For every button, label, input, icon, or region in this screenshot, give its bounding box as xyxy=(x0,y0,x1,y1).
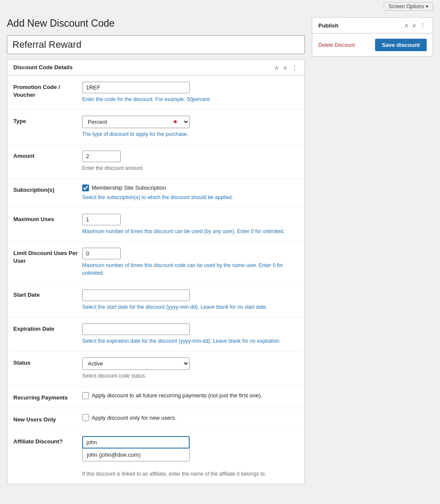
promo-code-label: Promotion Code / Voucher xyxy=(13,82,82,99)
amount-help: Enter the discount amount. xyxy=(82,164,298,172)
save-discount-button[interactable]: Save discount xyxy=(375,39,427,51)
recurring-checkbox-label[interactable]: Apply discount to all future recurring p… xyxy=(92,392,262,399)
limit-uses-row: Limit Discount Uses Per User Maximum num… xyxy=(7,242,305,283)
limit-uses-help: Maximum number of times this discount co… xyxy=(82,261,298,277)
affiliate-help: If this discount is linked to an affilia… xyxy=(82,470,298,478)
max-uses-input[interactable] xyxy=(82,214,121,225)
promo-code-row: Promotion Code / Voucher Enter the code … xyxy=(7,76,305,110)
main-column: Add New Discount Code Discount Code Deta… xyxy=(7,17,305,484)
new-users-row: New Users Only Apply discount only for n… xyxy=(7,408,305,430)
max-uses-field: Maximum number of times this discount ca… xyxy=(82,214,298,235)
new-users-checkbox-row: Apply discount only for new users. xyxy=(82,414,298,421)
start-date-input[interactable] xyxy=(82,289,190,301)
subscriptions-field: Membership Site Subscription Select the … xyxy=(82,184,298,201)
amount-field: Enter the discount amount. xyxy=(82,151,298,172)
type-select-wrap: Percent Flat xyxy=(82,116,190,128)
publish-collapse-down-button[interactable]: ∨ xyxy=(411,22,417,29)
publish-box: Publish ∧ ∨ ⋮ Delete Discount Save disco… xyxy=(312,17,433,57)
sidebar-column: Publish ∧ ∨ ⋮ Delete Discount Save disco… xyxy=(312,17,433,484)
subscriptions-label: Subscription(s) xyxy=(13,184,82,194)
status-help: Select discount code status. xyxy=(82,372,298,380)
amount-row: Amount Enter the discount amount. xyxy=(7,144,305,178)
delete-discount-link[interactable]: Delete Discount xyxy=(318,42,355,48)
new-users-checkbox[interactable] xyxy=(82,414,89,421)
chevron-down-icon: ▾ xyxy=(426,3,428,9)
amount-input[interactable] xyxy=(82,151,121,162)
max-uses-help: Maximum number of times this discount ca… xyxy=(82,227,298,235)
recurring-payments-row: Recurring Payments Apply discount to all… xyxy=(7,386,305,408)
discount-code-details-metabox: Discount Code Details ∧ ∨ ⋮ Promotion Co… xyxy=(7,59,305,484)
max-uses-row: Maximum Uses Maximum number of times thi… xyxy=(7,208,305,242)
status-label: Status xyxy=(13,357,82,367)
screen-options-button[interactable]: Screen Options ▾ xyxy=(384,2,433,11)
screen-options-label: Screen Options xyxy=(388,3,424,9)
subscriptions-row: Subscription(s) Membership Site Subscrip… xyxy=(7,178,305,208)
subscription-checkbox-label[interactable]: Membership Site Subscription xyxy=(92,184,166,191)
new-users-label: New Users Only xyxy=(13,414,82,424)
new-users-field: Apply discount only for new users. xyxy=(82,414,298,423)
expiration-date-input[interactable] xyxy=(82,323,190,335)
top-bar: Screen Options ▾ xyxy=(0,0,440,13)
publish-drag-handle[interactable]: ⋮ xyxy=(419,22,427,29)
recurring-payments-field: Apply discount to all future recurring p… xyxy=(82,392,298,401)
metabox-collapse-down-button[interactable]: ∨ xyxy=(282,64,288,71)
affiliate-autocomplete-dropdown: john (john@doe.com) xyxy=(82,449,190,461)
max-uses-label: Maximum Uses xyxy=(13,214,82,223)
affiliate-discount-row: Affiliate Discount? john (john@doe.com) … xyxy=(7,430,305,484)
limit-uses-input[interactable] xyxy=(82,248,121,259)
promo-code-input[interactable] xyxy=(82,82,190,93)
promo-code-field: Enter the code for the discount. For exa… xyxy=(82,82,298,103)
affiliate-discount-input[interactable] xyxy=(82,436,190,449)
expiration-date-row: Expiration Date Select the expiration da… xyxy=(7,317,305,351)
autocomplete-item[interactable]: john (john@doe.com) xyxy=(83,449,189,461)
page-layout: Add New Discount Code Discount Code Deta… xyxy=(0,13,440,491)
metabox-title: Discount Code Details xyxy=(13,64,73,71)
subscription-checkbox-row: Membership Site Subscription xyxy=(82,184,298,191)
subscriptions-help: Select the subscription(s) to which the … xyxy=(82,194,298,201)
expiration-date-help: Select the expiration date for the disco… xyxy=(82,337,298,345)
affiliate-input-wrap: john (john@doe.com) xyxy=(82,436,298,449)
new-users-checkbox-label[interactable]: Apply discount only for new users. xyxy=(92,415,176,421)
start-date-label: Start Date xyxy=(13,289,82,299)
metabox-header[interactable]: Discount Code Details ∧ ∨ ⋮ xyxy=(7,60,305,76)
start-date-help: Select the start date for the discount (… xyxy=(82,303,298,311)
limit-uses-label: Limit Discount Uses Per User xyxy=(13,248,82,265)
publish-box-controls: ∧ ∨ ⋮ xyxy=(403,22,427,29)
metabox-collapse-up-button[interactable]: ∧ xyxy=(274,64,280,71)
status-select[interactable]: Active Inactive xyxy=(82,357,190,370)
recurring-checkbox[interactable] xyxy=(82,392,89,399)
expiration-date-label: Expiration Date xyxy=(13,323,82,333)
expiration-date-field: Select the expiration date for the disco… xyxy=(82,323,298,345)
metabox-controls: ∧ ∨ ⋮ xyxy=(274,64,298,71)
recurring-checkbox-row: Apply discount to all future recurring p… xyxy=(82,392,298,399)
affiliate-discount-label: Affiliate Discount? xyxy=(13,436,82,446)
affiliate-discount-field: john (john@doe.com) If this discount is … xyxy=(82,436,298,478)
type-help: The type of discount to apply for the pu… xyxy=(82,130,298,138)
metabox-body: Promotion Code / Voucher Enter the code … xyxy=(7,76,305,484)
publish-box-title: Publish xyxy=(318,22,338,29)
page-title: Add New Discount Code xyxy=(7,17,305,30)
limit-uses-field: Maximum number of times this discount co… xyxy=(82,248,298,277)
publish-box-body: Delete Discount Save discount xyxy=(312,34,433,56)
publish-collapse-up-button[interactable]: ∧ xyxy=(403,22,409,29)
title-input[interactable] xyxy=(7,35,305,54)
promo-code-help: Enter the code for the discount. For exa… xyxy=(82,95,298,103)
type-select[interactable]: Percent Flat xyxy=(82,116,190,128)
start-date-row: Start Date Select the start date for the… xyxy=(7,283,305,317)
start-date-field: Select the start date for the discount (… xyxy=(82,289,298,311)
type-field: Percent Flat The type of discount to app… xyxy=(82,116,298,138)
subscription-checkbox[interactable] xyxy=(82,184,89,191)
metabox-drag-handle[interactable]: ⋮ xyxy=(291,64,298,71)
publish-box-header: Publish ∧ ∨ ⋮ xyxy=(312,18,433,34)
type-row: Type Percent Flat The type of discount t… xyxy=(7,110,305,144)
amount-label: Amount xyxy=(13,151,82,160)
status-field: Active Inactive Select discount code sta… xyxy=(82,357,298,380)
type-label: Type xyxy=(13,116,82,125)
recurring-payments-label: Recurring Payments xyxy=(13,392,82,402)
status-row: Status Active Inactive Select discount c… xyxy=(7,351,305,386)
